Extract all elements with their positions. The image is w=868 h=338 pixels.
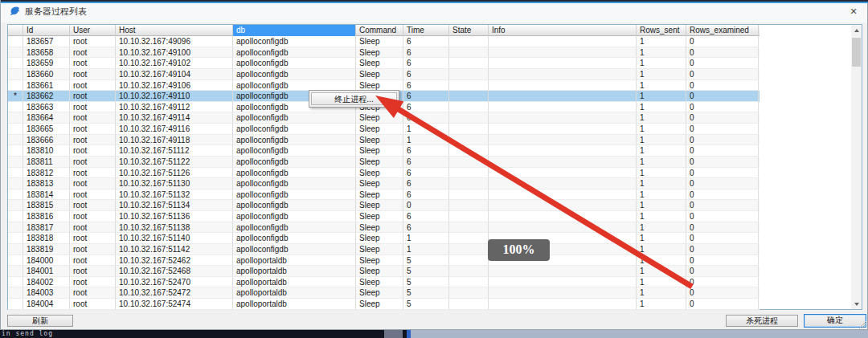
cell: 10.10.32.167:52462 bbox=[116, 255, 233, 267]
table-row[interactable]: 183818root10.10.32.167:51140apolloconfig… bbox=[8, 233, 760, 244]
cell: apolloconfigdb bbox=[233, 222, 356, 234]
column-header-Rows_examined[interactable]: Rows_examined bbox=[686, 25, 759, 36]
cell: 0 bbox=[686, 244, 759, 255]
cell: 0 bbox=[686, 200, 759, 211]
table-row[interactable]: 183816root10.10.32.167:51136apolloconfig… bbox=[8, 211, 760, 222]
table-row[interactable]: 183819root10.10.32.167:51142apolloconfig… bbox=[8, 244, 760, 255]
process-list-dialog: 服务器过程列表 × IdUserHostdbCommandTimeStateIn… bbox=[0, 0, 868, 330]
column-header-Time[interactable]: Time bbox=[403, 25, 449, 36]
cell bbox=[8, 168, 23, 179]
title-bar[interactable]: 服务器过程列表 × bbox=[1, 3, 867, 22]
resize-grip[interactable] bbox=[858, 320, 866, 328]
cell bbox=[489, 178, 637, 189]
column-header-Command[interactable]: Command bbox=[356, 25, 403, 36]
cell: 0 bbox=[686, 255, 759, 267]
cell: 183818 bbox=[23, 233, 70, 244]
cell: 10.10.32.167:51132 bbox=[116, 189, 233, 201]
cell: 183812 bbox=[23, 168, 70, 179]
cell: 6 bbox=[403, 102, 449, 113]
cell: Sleep bbox=[356, 200, 403, 211]
scrollbar-thumb[interactable] bbox=[852, 38, 861, 67]
column-header-State[interactable]: State bbox=[449, 25, 489, 36]
table-row[interactable]: 183659root10.10.32.167:49102apolloconfig… bbox=[8, 58, 760, 69]
table-row[interactable]: 184002root10.10.32.167:52470apolloportal… bbox=[8, 277, 760, 288]
table-row[interactable]: 183664root10.10.32.167:49114apolloconfig… bbox=[8, 112, 760, 124]
cell: 10.10.32.167:49106 bbox=[116, 80, 233, 92]
cell: 1 bbox=[637, 266, 686, 277]
cell: 183816 bbox=[23, 211, 70, 222]
cell: apolloconfigdb bbox=[233, 124, 356, 135]
cell bbox=[489, 277, 637, 288]
cell bbox=[489, 91, 637, 102]
cell: 183660 bbox=[23, 69, 70, 80]
cell: 10.10.32.167:49102 bbox=[116, 58, 233, 69]
close-icon[interactable]: × bbox=[846, 4, 861, 18]
cell: 1 bbox=[637, 178, 686, 189]
table-row[interactable]: 184004root10.10.32.167:52474apolloportal… bbox=[8, 299, 760, 310]
table-row[interactable]: 183660root10.10.32.167:49104apolloconfig… bbox=[8, 69, 760, 80]
table-row[interactable]: 183812root10.10.32.167:51126apolloconfig… bbox=[8, 168, 760, 179]
table-row[interactable]: 183814root10.10.32.167:51132apolloconfig… bbox=[8, 189, 760, 201]
cell: 6 bbox=[403, 157, 449, 168]
cell: apolloportaldb bbox=[233, 287, 356, 299]
column-header-Info[interactable]: Info bbox=[489, 25, 637, 36]
cell: apolloconfigdb bbox=[233, 178, 356, 189]
cell: apolloconfigdb bbox=[233, 168, 356, 179]
cell bbox=[8, 157, 23, 168]
cell: 1 bbox=[637, 211, 686, 222]
menu-item-kill-process[interactable]: 终止进程... bbox=[311, 92, 397, 105]
cell: 5 bbox=[403, 255, 449, 267]
column-header-User[interactable]: User bbox=[70, 25, 116, 36]
table-row[interactable]: 183665root10.10.32.167:49116apolloconfig… bbox=[8, 124, 760, 135]
cell bbox=[449, 178, 489, 189]
cell: Sleep bbox=[356, 124, 403, 135]
table-row[interactable]: 183815root10.10.32.167:51134apolloconfig… bbox=[8, 200, 760, 211]
column-header-Host[interactable]: Host bbox=[116, 25, 233, 36]
table-row[interactable]: 184000root10.10.32.167:52462apolloportal… bbox=[8, 255, 760, 267]
table-row[interactable]: 183657root10.10.32.167:49096apolloconfig… bbox=[8, 36, 760, 47]
column-header-db[interactable]: db bbox=[233, 25, 356, 36]
table-row[interactable]: 183813root10.10.32.167:51130apolloconfig… bbox=[8, 178, 760, 189]
cell bbox=[489, 124, 637, 135]
table-row[interactable]: 183811root10.10.32.167:51122apolloconfig… bbox=[8, 157, 760, 168]
cell: 183815 bbox=[23, 200, 70, 211]
cell bbox=[449, 135, 489, 146]
cell: Sleep bbox=[356, 233, 403, 244]
column-header-Id[interactable]: Id bbox=[23, 25, 70, 36]
cell: apolloportaldb bbox=[233, 266, 356, 277]
cell bbox=[449, 36, 489, 47]
cell: 10.10.32.167:49104 bbox=[116, 69, 233, 80]
table-row[interactable]: 183658root10.10.32.167:49100apolloconfig… bbox=[8, 47, 760, 59]
ok-button[interactable]: 确定 bbox=[804, 314, 866, 328]
cell: 6 bbox=[403, 145, 449, 157]
table-row[interactable]: 184001root10.10.32.167:52468apolloportal… bbox=[8, 266, 760, 277]
column-header-Rows_sent[interactable]: Rows_sent bbox=[637, 25, 686, 36]
table-body: 183657root10.10.32.167:49096apolloconfig… bbox=[8, 36, 760, 310]
cell: 183666 bbox=[23, 135, 70, 146]
cell: 10.10.32.167:49096 bbox=[116, 36, 233, 47]
cell: 0 bbox=[686, 233, 759, 244]
refresh-button[interactable]: 刷新 bbox=[7, 315, 73, 327]
cell: 10.10.32.167:51138 bbox=[116, 222, 233, 234]
table-row[interactable]: 183666root10.10.32.167:49118apolloconfig… bbox=[8, 135, 760, 146]
scroll-up-icon[interactable] bbox=[851, 25, 862, 35]
cell: root bbox=[70, 233, 116, 244]
column-header-marker[interactable] bbox=[8, 25, 23, 36]
cell: 183659 bbox=[23, 58, 70, 69]
vertical-scrollbar[interactable] bbox=[851, 25, 862, 309]
cell: 0 bbox=[686, 211, 759, 222]
cell bbox=[8, 36, 23, 47]
cell: 10.10.32.167:49110 bbox=[116, 91, 233, 102]
cell bbox=[449, 69, 489, 80]
table-row[interactable]: 183817root10.10.32.167:51138apolloconfig… bbox=[8, 222, 760, 234]
scroll-down-icon[interactable] bbox=[851, 299, 862, 309]
cell: 1 bbox=[637, 299, 686, 310]
cell bbox=[489, 135, 637, 146]
cell: 10.10.32.167:52468 bbox=[116, 266, 233, 277]
table-row[interactable]: 183810root10.10.32.167:51112apolloconfig… bbox=[8, 145, 760, 157]
table-row[interactable]: 184003root10.10.32.167:52472apolloportal… bbox=[8, 287, 760, 299]
kill-process-button[interactable]: 杀死进程 bbox=[726, 315, 798, 327]
cell: 10.10.32.167:51142 bbox=[116, 244, 233, 255]
cell: 1 bbox=[637, 58, 686, 69]
cell: 10.10.32.167:49112 bbox=[116, 102, 233, 113]
